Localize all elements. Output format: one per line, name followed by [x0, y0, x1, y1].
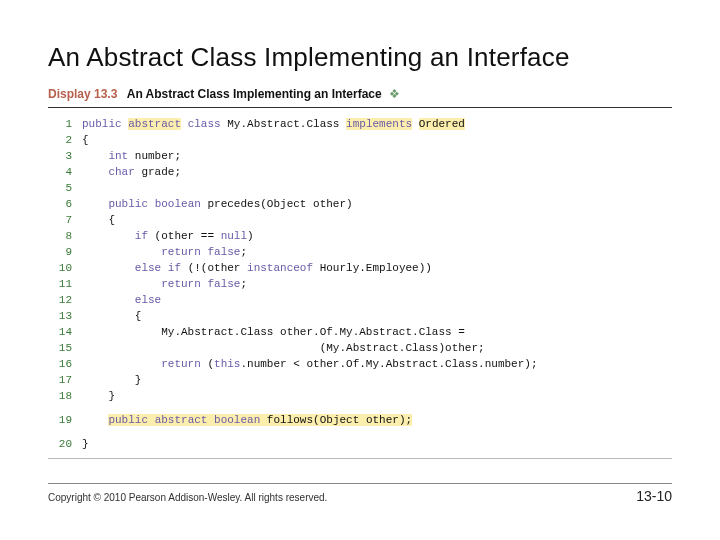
- line-number: 19: [48, 412, 82, 428]
- code-text: }: [82, 436, 89, 452]
- slide-title: An Abstract Class Implementing an Interf…: [48, 42, 672, 73]
- line-number: 18: [48, 388, 82, 404]
- code-line: 13 {: [48, 308, 672, 324]
- code-line: 6 public boolean precedes(Object other): [48, 196, 672, 212]
- line-number: 8: [48, 228, 82, 244]
- line-number: 4: [48, 164, 82, 180]
- code-text: int number;: [82, 148, 181, 164]
- footer-rule: [48, 483, 672, 484]
- diamond-icon: ❖: [389, 87, 400, 101]
- code-line: 10 else if (!(other instanceof Hourly.Em…: [48, 260, 672, 276]
- line-number: 6: [48, 196, 82, 212]
- rule-bottom: [48, 458, 672, 459]
- code-line: 20}: [48, 436, 672, 452]
- code-text: return false;: [82, 244, 247, 260]
- code-listing: 1public abstract class My.Abstract.Class…: [48, 108, 672, 458]
- line-number: 17: [48, 372, 82, 388]
- code-text: public abstract class My.Abstract.Class …: [82, 116, 465, 132]
- line-number: 13: [48, 308, 82, 324]
- code-text: public boolean precedes(Object other): [82, 196, 353, 212]
- copyright-text: Copyright © 2010 Pearson Addison-Wesley.…: [48, 492, 327, 503]
- code-line: 7 {: [48, 212, 672, 228]
- line-number: 20: [48, 436, 82, 452]
- code-text: }: [82, 372, 141, 388]
- page-number: 13-10: [636, 488, 672, 504]
- line-number: 1: [48, 116, 82, 132]
- code-line: 4 char grade;: [48, 164, 672, 180]
- display-label: Display 13.3: [48, 87, 117, 101]
- code-line: 1public abstract class My.Abstract.Class…: [48, 116, 672, 132]
- code-line: 14 My.Abstract.Class other.Of.My.Abstrac…: [48, 324, 672, 340]
- line-number: 10: [48, 260, 82, 276]
- code-text: [82, 180, 89, 196]
- line-number: 5: [48, 180, 82, 196]
- code-text: {: [82, 132, 89, 148]
- code-text: {: [82, 212, 115, 228]
- code-line: 5: [48, 180, 672, 196]
- line-number: 11: [48, 276, 82, 292]
- code-text: else: [82, 292, 161, 308]
- display-subtitle: An Abstract Class Implementing an Interf…: [127, 87, 382, 101]
- code-text: }: [82, 388, 115, 404]
- code-line: 8 if (other == null): [48, 228, 672, 244]
- line-number: 12: [48, 292, 82, 308]
- footer: Copyright © 2010 Pearson Addison-Wesley.…: [48, 483, 672, 504]
- code-text: else if (!(other instanceof Hourly.Emplo…: [82, 260, 432, 276]
- code-line: 9 return false;: [48, 244, 672, 260]
- code-text: (My.Abstract.Class)other;: [82, 340, 485, 356]
- code-line: 18 }: [48, 388, 672, 404]
- line-number: 2: [48, 132, 82, 148]
- code-line: 11 return false;: [48, 276, 672, 292]
- line-number: 14: [48, 324, 82, 340]
- code-text: My.Abstract.Class other.Of.My.Abstract.C…: [82, 324, 465, 340]
- code-line: 12 else: [48, 292, 672, 308]
- line-number: 7: [48, 212, 82, 228]
- slide: An Abstract Class Implementing an Interf…: [0, 0, 720, 540]
- code-line: 17 }: [48, 372, 672, 388]
- line-number: 9: [48, 244, 82, 260]
- line-number: 3: [48, 148, 82, 164]
- code-text: return false;: [82, 276, 247, 292]
- code-text: char grade;: [82, 164, 181, 180]
- code-text: if (other == null): [82, 228, 254, 244]
- code-line: 15 (My.Abstract.Class)other;: [48, 340, 672, 356]
- code-line: 3 int number;: [48, 148, 672, 164]
- line-number: 16: [48, 356, 82, 372]
- code-text: public abstract boolean follows(Object o…: [82, 412, 412, 428]
- code-text: {: [82, 308, 141, 324]
- code-line: 2{: [48, 132, 672, 148]
- display-header: Display 13.3 An Abstract Class Implement…: [48, 85, 672, 107]
- code-line: 19 public abstract boolean follows(Objec…: [48, 412, 672, 428]
- code-text: return (this.number < other.Of.My.Abstra…: [82, 356, 538, 372]
- code-line: 16 return (this.number < other.Of.My.Abs…: [48, 356, 672, 372]
- line-number: 15: [48, 340, 82, 356]
